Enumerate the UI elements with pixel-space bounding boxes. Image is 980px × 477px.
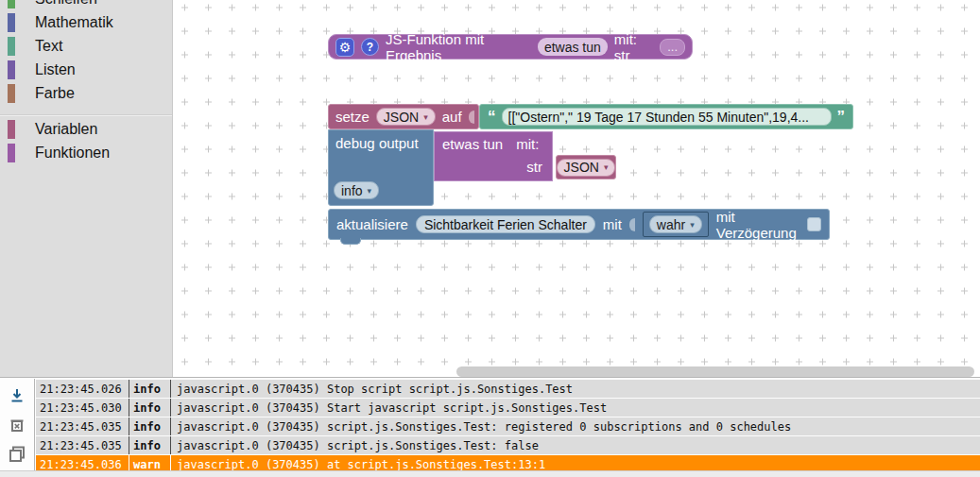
category-label: Listen [35, 61, 76, 78]
category-label: Schleifen [35, 0, 97, 8]
call-with-label: mit: [516, 136, 539, 152]
log-timestamp: 21:23:45.035 [36, 417, 129, 435]
toolbox-category[interactable]: Funktionen [0, 141, 172, 164]
blockly-workspace[interactable]: ⚙ ? JS-Funktion mit Ergebnis etwas tun m… [173, 0, 980, 377]
category-label: Farbe [35, 85, 75, 102]
log-row: 21:23:45.030 info javascript.0 (370435) … [36, 399, 980, 417]
chevron-down-icon: ▾ [604, 162, 609, 172]
js-function-label: JS-Funktion mit Ergebnis [386, 31, 531, 63]
category-color-bar [8, 144, 15, 162]
update-label: aktualisiere [336, 216, 408, 232]
log-message: javascript.0 (370435) Stop script script… [171, 383, 980, 396]
category-label: Variablen [35, 121, 97, 138]
toolbox-category[interactable]: Farbe [0, 81, 172, 105]
log-row-list: 21:23:45.026 info javascript.0 (370435) … [36, 378, 980, 473]
toolbox-category[interactable]: Mathematik [0, 10, 172, 34]
log-severity: info [129, 399, 171, 417]
block-update-state[interactable]: aktualisiere Sichtbarkeit Ferien Schalte… [328, 209, 830, 240]
boolean-dropdown[interactable]: wahr ▾ [649, 215, 702, 233]
log-row: 21:23:45.035 info javascript.0 (370435) … [36, 436, 980, 454]
category-color-bar [8, 84, 15, 103]
chevron-down-icon: ▾ [423, 112, 428, 122]
log-timestamp: 21:23:45.030 [36, 399, 129, 417]
value-socket [469, 111, 474, 124]
horizontal-scrollbar[interactable] [456, 366, 974, 377]
log-severity: info [129, 436, 171, 454]
function-args-label: mit: str [614, 31, 653, 63]
log-level-dropdown[interactable]: info ▾ [334, 181, 379, 199]
log-message: javascript.0 (370435) script.js.Sonstige… [171, 439, 980, 452]
update-with-label: mit [603, 216, 622, 232]
category-color-bar [8, 0, 15, 9]
debug-label: debug output [335, 135, 419, 151]
download-log-button[interactable] [7, 385, 27, 406]
copy-icon [8, 445, 26, 464]
category-color-bar [8, 13, 15, 32]
log-row: 21:23:45.035 info javascript.0 (370435) … [36, 417, 980, 435]
log-row: 21:23:45.026 info javascript.0 (370435) … [36, 380, 980, 398]
download-icon [9, 387, 26, 404]
log-message: javascript.0 (370435) Start javascript s… [171, 401, 980, 415]
block-set-variable[interactable]: setze JSON ▾ auf [328, 104, 479, 129]
block-call-function[interactable]: etwas tun mit: str [434, 131, 553, 181]
copy-log-button[interactable] [7, 444, 27, 465]
chevron-down-icon: ▾ [690, 220, 695, 230]
log-toolbar [0, 379, 35, 470]
toolbox-category[interactable]: Listen [0, 58, 172, 81]
category-label: Mathematik [35, 14, 113, 31]
block-boolean-true[interactable]: wahr ▾ [643, 212, 709, 237]
value-socket [629, 218, 635, 231]
function-name-field[interactable]: etwas tun [538, 38, 608, 56]
block-debug-output[interactable]: debug output info ▾ [328, 129, 434, 206]
block-string-value[interactable]: “ [["Ostern"," 19 Tage 17 Stunden 55 Min… [479, 104, 853, 129]
block-variable-json[interactable]: JSON ▾ [556, 155, 616, 179]
clear-log-button[interactable] [7, 415, 27, 435]
more-args-button[interactable]: ... [660, 39, 685, 56]
string-text-field[interactable]: [["Ostern"," 19 Tage 17 Stunden 55 Minut… [502, 108, 832, 126]
log-panel: 21:23:45.026 info javascript.0 (370435) … [0, 377, 980, 477]
category-label: Funktionen [35, 145, 110, 162]
log-message: javascript.0 (370435) at script.js.Sonst… [171, 458, 980, 471]
category-label: Text [35, 38, 62, 55]
state-id-field[interactable]: Sichtbarkeit Ferien Schalter [416, 215, 595, 233]
trash-icon [9, 417, 26, 434]
open-quote-icon: “ [488, 109, 496, 125]
delay-checkbox[interactable] [807, 217, 821, 231]
variable-dropdown[interactable]: JSON ▾ [376, 108, 436, 126]
log-timestamp: 21:23:45.035 [36, 436, 129, 454]
set-label: setze [335, 109, 370, 125]
to-label: auf [442, 109, 462, 125]
log-timestamp: 21:23:45.026 [36, 380, 129, 398]
blockly-toolbox: Schleifen Mathematik Text Listen Farbe [0, 0, 173, 377]
call-function-name: etwas tun [442, 136, 503, 152]
toolbox-category[interactable]: Text [0, 34, 172, 58]
toolbox-category[interactable]: Schleifen [0, 0, 172, 10]
gear-icon[interactable]: ⚙ [335, 38, 354, 57]
chevron-down-icon: ▾ [368, 186, 372, 196]
close-quote-icon: ” [837, 109, 846, 125]
toolbox-category[interactable]: Variablen [0, 115, 172, 141]
log-severity: info [129, 417, 171, 435]
category-color-bar [8, 120, 15, 139]
delay-label: mit Verzögerung [716, 209, 799, 241]
category-color-bar [8, 37, 15, 56]
log-bottom-strip [0, 470, 980, 477]
toolbox-category-list: Schleifen Mathematik Text Listen Farbe [0, 0, 172, 164]
log-message: javascript.0 (370435) script.js.Sonstige… [171, 420, 980, 434]
block-js-function[interactable]: ⚙ ? JS-Funktion mit Ergebnis etwas tun m… [328, 34, 693, 60]
log-severity: info [129, 380, 171, 398]
help-icon[interactable]: ? [361, 38, 379, 56]
variable-dropdown[interactable]: JSON ▾ [557, 159, 616, 177]
category-color-bar [8, 60, 15, 79]
call-arg-label: str [526, 159, 542, 175]
